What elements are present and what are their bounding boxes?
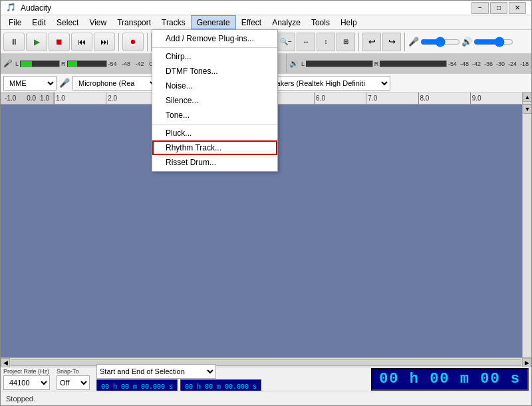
menu-silence[interactable]: Silence... <box>152 93 277 108</box>
vscroll-up-btn[interactable]: ▲ <box>523 93 532 102</box>
menu-risset-drum[interactable]: Risset Drum... <box>152 155 277 170</box>
menu-edit[interactable]: Edit <box>27 15 51 29</box>
time-display: 00 h 00 m 00 s <box>371 368 529 391</box>
right-meter-fill <box>68 61 78 67</box>
menu-separator-2 <box>152 124 277 124</box>
vertical-scrollbar[interactable]: ▼ <box>522 104 531 357</box>
left-meter-fill <box>21 61 32 67</box>
input-device-select[interactable]: Microphone (Rea <box>72 76 159 91</box>
menu-chirp[interactable]: Chirp... <box>152 49 277 64</box>
zoom-out-button[interactable]: 🔍− <box>277 33 295 51</box>
undo-button[interactable]: ↩ <box>362 33 381 51</box>
right-meter-area: 🔊 L R -54 -48 -42 -36 -30 -24 -18 <box>287 54 531 73</box>
menu-noise[interactable]: Noise... <box>152 79 277 93</box>
menu-dtmf[interactable]: DTMF Tones... <box>152 64 277 79</box>
vscroll-down-btn[interactable]: ▼ <box>523 104 531 114</box>
ruler-one: 1.0 <box>40 95 49 102</box>
toolbar-separator-2 <box>147 33 148 51</box>
track-left-ruler: -1.0 0.0 1.0 <box>1 93 54 104</box>
fit-project-button[interactable]: ↔ <box>297 33 315 51</box>
recording-level-slider[interactable] <box>420 37 460 47</box>
playback-meter-icon: 🔊 <box>289 59 299 68</box>
project-rate-label: Project Rate (Hz) <box>3 368 50 375</box>
mic-device-icon: 🎤 <box>59 78 70 88</box>
project-rate-select[interactable]: 44100 <box>3 375 50 390</box>
menu-effect[interactable]: Effect <box>236 15 267 29</box>
snap-to-label: Snap-To <box>57 368 90 375</box>
close-button[interactable]: ✕ <box>509 2 526 14</box>
title-bar-controls: − □ ✕ <box>471 2 526 14</box>
menu-analyze[interactable]: Analyze <box>267 15 306 29</box>
pause-button[interactable]: ⏸ <box>3 33 25 51</box>
left-meter-bar <box>20 61 60 67</box>
snap-to-select[interactable]: Off <box>57 375 90 390</box>
mic-icon: 🎤 <box>408 37 419 47</box>
play-button[interactable]: ▶ <box>26 33 47 51</box>
title-bar: 🎵 Audacity − □ ✕ <box>1 1 531 15</box>
status-bar: Stopped. <box>1 391 531 405</box>
zoom-toggle-button[interactable]: ⊞ <box>336 33 355 51</box>
vscroll-top: ▲ <box>522 93 531 104</box>
menu-select[interactable]: Select <box>51 15 84 29</box>
hscroll-left-btn[interactable]: ◀ <box>1 358 10 367</box>
audio-api-select[interactable]: MME <box>3 76 57 91</box>
status-text: Stopped. <box>6 395 35 403</box>
skip-end-button[interactable]: ⏭ <box>94 33 115 51</box>
toolbar-separator-5 <box>404 33 405 51</box>
app-icon: 🎵 <box>6 3 17 13</box>
menu-tools[interactable]: Tools <box>306 15 335 29</box>
menu-view[interactable]: View <box>84 15 112 29</box>
fit-vertical-button[interactable]: ↕ <box>317 33 335 51</box>
record-button[interactable]: ⏺ <box>122 33 144 51</box>
time-display-text: 00 h 00 m 00 s <box>379 371 521 387</box>
ruler-zero: 0.0 <box>27 95 36 102</box>
menu-tracks[interactable]: Tracks <box>156 15 191 29</box>
menu-pluck[interactable]: Pluck... <box>152 126 277 140</box>
snap-to-group: Snap-To Off <box>57 368 90 390</box>
ruler-neg1: -1.0 <box>5 95 16 102</box>
play-controls: ⏸ ▶ ⏹ ⏮ ⏭ <box>3 33 115 51</box>
menu-transport[interactable]: Transport <box>112 15 156 29</box>
right-meter-bar <box>67 61 107 67</box>
menu-tone[interactable]: Tone... <box>152 108 277 122</box>
generate-dropdown-menu: Add / Remove Plug-ins... Chirp... DTMF T… <box>152 29 278 172</box>
stop-button[interactable]: ⏹ <box>49 33 70 51</box>
menu-separator-1 <box>152 47 277 48</box>
menu-rhythm-track[interactable]: Rhythm Track... <box>152 140 277 155</box>
menu-bar: File Edit Select View Transport Tracks G… <box>1 15 531 30</box>
toolbar-separator-1 <box>118 33 119 51</box>
skip-start-button[interactable]: ⏮ <box>71 33 92 51</box>
playback-level-slider[interactable] <box>473 37 513 47</box>
playback-meter-labels: L R -54 -48 -42 -36 -30 -24 -18 <box>301 61 529 67</box>
minimize-button[interactable]: − <box>471 2 489 14</box>
hscroll-right-btn[interactable]: ▶ <box>522 358 531 367</box>
menu-add-remove-plugins[interactable]: Add / Remove Plug-ins... <box>152 31 277 46</box>
toolbar-separator-4 <box>358 33 359 51</box>
record-meter-icon: 🎤 <box>3 59 13 68</box>
menu-help[interactable]: Help <box>335 15 362 29</box>
project-rate-group: Project Rate (Hz) 44100 <box>3 368 50 390</box>
title-bar-text: Audacity <box>21 3 471 13</box>
selection-toolbar: Start and End of Selection 00 h 00 m 00.… <box>96 364 367 394</box>
speaker-icon: 🔊 <box>462 37 472 47</box>
selection-format-select[interactable]: Start and End of Selection <box>96 364 216 379</box>
menu-generate[interactable]: Generate <box>191 15 236 29</box>
bottom-toolbar: Project Rate (Hz) 44100 Snap-To Off Star… <box>1 367 531 391</box>
maximize-button[interactable]: □ <box>490 2 507 14</box>
app-window: 🎵 Audacity − □ ✕ File Edit Select View T… <box>0 0 532 406</box>
playback-right-bar <box>380 61 447 67</box>
menu-file[interactable]: File <box>3 15 27 29</box>
playback-left-bar <box>306 61 373 67</box>
redo-button[interactable]: ↪ <box>382 33 401 51</box>
time-ruler: 1.0 2.0 3.0 4.0 5.0 6.0 7.0 8.0 9.0 <box>54 93 522 104</box>
